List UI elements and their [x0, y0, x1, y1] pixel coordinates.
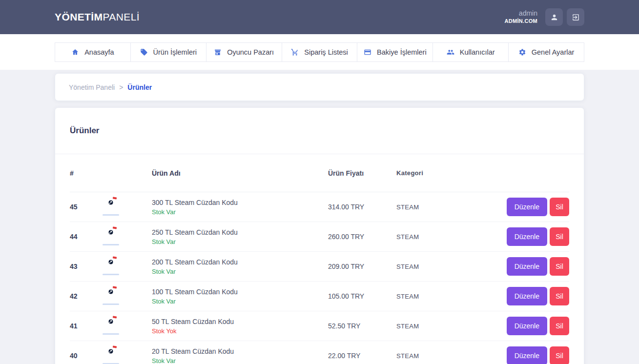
profile-button[interactable] [545, 8, 563, 26]
breadcrumb-parent-link[interactable]: Yönetim Paneli [69, 83, 115, 91]
table-row: 41 50 TL 50 TL Steam Cüzdan Kodu Stok Yo… [70, 311, 569, 341]
edit-button[interactable]: Düzenle [507, 346, 547, 364]
product-category: STEAM [396, 323, 506, 330]
brand-bold: YÖNETİM [55, 11, 103, 22]
products-table: # Ürün Adı Ürün Fiyatı Kategori 45 300 T… [55, 154, 584, 364]
header-id: # [70, 169, 98, 177]
delete-button[interactable]: Sil [550, 257, 569, 276]
nav-item-kullanicilar[interactable]: Kullanıcılar [433, 43, 509, 61]
product-image-caption [103, 244, 119, 245]
product-image-caption [103, 214, 119, 216]
product-image-caption [103, 303, 119, 305]
nav-label: Kullanıcılar [460, 48, 495, 56]
product-price: 260.00 TRY [328, 233, 396, 241]
product-name: 20 TL Steam Cüzdan Kodu [152, 347, 328, 355]
nav-label: Anasayfa [84, 48, 114, 56]
stock-status: Stok Var [152, 208, 328, 216]
nav-label: Genel Ayarlar [532, 48, 575, 56]
page-title: Ürünler [70, 126, 569, 136]
logout-button[interactable] [567, 8, 584, 26]
stock-status: Stok Yok [152, 327, 328, 335]
product-price: 22.00 TRY [328, 352, 396, 360]
credit-card-icon [364, 48, 371, 56]
product-price: 52.50 TRY [328, 322, 396, 330]
product-image: 100 TL [98, 284, 124, 308]
main-nav: Anasayfa Ürün İşlemleri Oyuncu Pazarı Si… [55, 42, 584, 62]
product-category: STEAM [396, 203, 506, 211]
product-price: 209.00 TRY [328, 263, 396, 270]
edit-button[interactable]: Düzenle [507, 317, 547, 335]
row-id: 44 [70, 233, 98, 241]
product-category: STEAM [396, 352, 506, 360]
cart-icon [291, 48, 299, 56]
delete-button[interactable]: Sil [550, 227, 569, 246]
steam-logo-icon [106, 347, 116, 355]
user-area: admin ADMİN.COM [505, 8, 584, 26]
nav-label: Ürün İşlemleri [153, 48, 197, 56]
delete-button[interactable]: Sil [550, 287, 569, 305]
table-header-row: # Ürün Adı Ürün Fiyatı Kategori [70, 154, 569, 192]
table-row: 42 100 TL 100 TL Steam Cüzdan Kodu Stok … [70, 282, 569, 311]
user-name: admin [505, 9, 537, 18]
edit-button[interactable]: Düzenle [507, 287, 547, 305]
product-image-caption [103, 274, 119, 275]
nav-item-oyuncu-pazari[interactable]: Oyuncu Pazarı [206, 43, 282, 61]
user-info: admin ADMİN.COM [505, 9, 537, 24]
product-image-caption [103, 333, 119, 335]
table-row: 45 300 TL 300 TL Steam Cüzdan Kodu Stok … [70, 192, 569, 222]
product-image: 200 TL [98, 255, 124, 278]
stock-status: Stok Var [152, 298, 328, 305]
user-site: ADMİN.COM [505, 18, 537, 25]
steam-logo-icon [106, 287, 116, 296]
nav-label: Oyuncu Pazarı [227, 48, 274, 56]
product-image-amount: 250 TL [103, 237, 119, 243]
stock-status: Stok Var [152, 268, 328, 275]
table-row: 44 250 TL 250 TL Steam Cüzdan Kodu Stok … [70, 222, 569, 252]
breadcrumb-separator: > [119, 83, 123, 91]
delete-button[interactable]: Sil [550, 198, 569, 216]
product-image-amount: 300 TL [103, 207, 119, 213]
tag-icon [140, 48, 148, 56]
page-content: Yönetim Paneli > Ürünler Ürünler # Ürün … [0, 70, 639, 364]
steam-logo-icon [106, 198, 116, 206]
steam-logo-icon [106, 228, 116, 236]
nav-item-urun-islemleri[interactable]: Ürün İşlemleri [131, 43, 206, 61]
product-category: STEAM [396, 293, 506, 300]
nav-item-siparis-listesi[interactable]: Sipariş Listesi [282, 43, 358, 61]
home-icon [71, 48, 79, 56]
header-price: Ürün Fiyatı [328, 169, 396, 177]
product-image-amount: 100 TL [103, 297, 119, 303]
products-card: Ürünler # Ürün Adı Ürün Fiyatı Kategori … [55, 107, 584, 364]
user-icon [550, 13, 558, 21]
top-header: YÖNETİMPANELİ admin ADMİN.COM [0, 0, 639, 34]
product-price: 105.00 TRY [328, 292, 396, 300]
product-category: STEAM [396, 263, 506, 270]
product-name: 250 TL Steam Cüzdan Kodu [152, 228, 328, 236]
product-image-amount: 20 TL [104, 356, 117, 362]
product-image: 50 TL [98, 314, 124, 338]
row-id: 45 [70, 203, 98, 211]
product-price: 314.00 TRY [328, 203, 396, 211]
breadcrumb-current-link[interactable]: Ürünler [127, 83, 152, 91]
brand-logo: YÖNETİMPANELİ [55, 11, 140, 23]
row-id: 42 [70, 292, 98, 300]
nav-item-bakiye-islemleri[interactable]: Bakiye İşlemleri [357, 43, 433, 61]
delete-button[interactable]: Sil [550, 346, 569, 364]
nav-item-anasayfa[interactable]: Anasayfa [55, 43, 131, 61]
product-image-amount: 50 TL [104, 326, 117, 332]
delete-button[interactable]: Sil [550, 317, 569, 335]
table-row: 40 20 TL 20 TL Steam Cüzdan Kodu Stok Va… [70, 341, 569, 364]
nav-label: Bakiye İşlemleri [377, 48, 427, 56]
product-name: 100 TL Steam Cüzdan Kodu [152, 288, 328, 296]
stock-status: Stok Var [152, 357, 328, 364]
nav-strip: Anasayfa Ürün İşlemleri Oyuncu Pazarı Si… [0, 34, 639, 70]
product-name: 50 TL Steam Cüzdan Kodu [152, 318, 328, 325]
edit-button[interactable]: Düzenle [507, 227, 547, 246]
row-id: 41 [70, 322, 98, 330]
edit-button[interactable]: Düzenle [507, 198, 547, 216]
steam-logo-icon [106, 258, 116, 266]
gear-icon [518, 48, 526, 56]
product-image: 250 TL [98, 225, 124, 248]
edit-button[interactable]: Düzenle [507, 257, 547, 276]
nav-item-genel-ayarlar[interactable]: Genel Ayarlar [509, 43, 584, 61]
